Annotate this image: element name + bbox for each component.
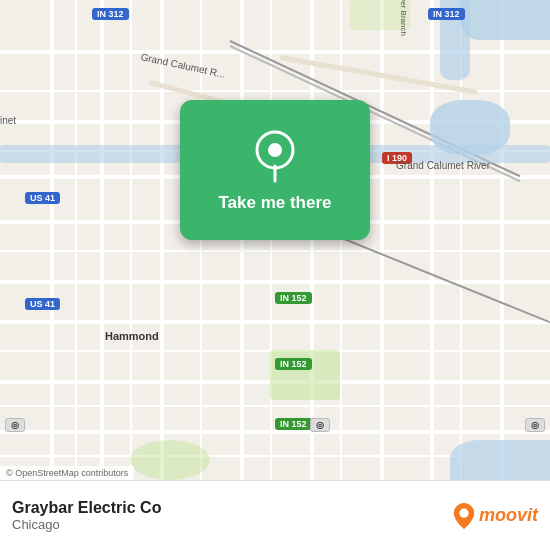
shield-bottom-right: ◎ [525,418,545,432]
shield-in312-top-left: IN 312 [92,8,129,20]
shield-us41-left2: US 41 [25,298,60,310]
svg-point-3 [459,508,468,517]
osm-credit: © OpenStreetMap contributors [0,466,134,480]
shield-bottom-left: ◎ [5,418,25,432]
map-view: Grand Calumet R... Grand Calumet River .… [0,0,550,480]
shield-in312-top-right: IN 312 [428,8,465,20]
shield-in152-1: IN 152 [275,292,312,304]
moovit-pin-icon [453,503,475,529]
road-label-grand-calumet-2: Grand Calumet River [396,160,490,171]
shield-us41-left: US 41 [25,192,60,204]
road-label-river-branch: ...River Branch [399,0,408,36]
take-me-there-button[interactable]: Take me there [180,100,370,240]
bottom-bar: Graybar Electric Co Chicago moovit [0,480,550,550]
action-card-label: Take me there [218,193,331,213]
map-label-hammond: Hammond [105,330,159,342]
moovit-brand-text: moovit [479,505,538,526]
place-city: Chicago [12,517,453,532]
moovit-logo: moovit [453,503,538,529]
road-label-grand-calumet: Grand Calumet R... [140,51,227,80]
place-name: Graybar Electric Co [12,499,453,517]
shield-bottom-mid: ◎ [310,418,330,432]
location-pin-icon [250,128,300,183]
shield-in152-2: IN 152 [275,358,312,370]
svg-point-1 [268,143,282,157]
shield-in152-3: IN 152 [275,418,312,430]
map-label-inet: inet [0,115,16,126]
